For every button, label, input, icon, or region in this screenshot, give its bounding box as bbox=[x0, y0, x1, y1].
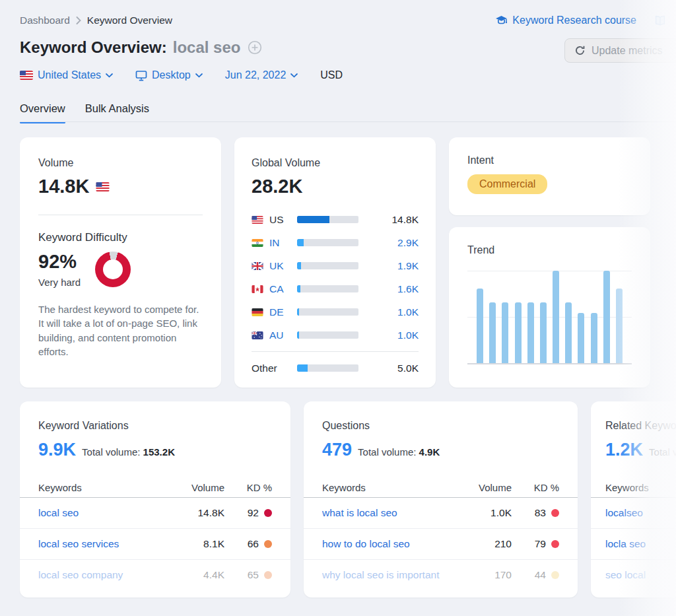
tab-bulk-analysis[interactable]: Bulk Analysis bbox=[85, 102, 149, 123]
keyword-variations-count[interactable]: 9.9K bbox=[38, 440, 76, 460]
keyword-volume: 14.8K bbox=[173, 507, 224, 519]
kd-dot bbox=[551, 540, 559, 548]
us-flag-icon bbox=[96, 182, 110, 191]
trend-bars bbox=[477, 271, 623, 363]
keyword-kd: 66 bbox=[224, 538, 272, 550]
keyword-difficulty-value: 92% bbox=[38, 251, 81, 273]
keyword-variations-title: Keyword Variations bbox=[38, 420, 272, 432]
breadcrumb-dashboard-link[interactable]: Dashboard bbox=[20, 15, 70, 26]
keyword-kd: 79 bbox=[512, 538, 559, 550]
ca-flag-icon bbox=[252, 285, 263, 293]
keyword-link[interactable]: local seo bbox=[38, 507, 173, 519]
keyword-link[interactable]: localseo bbox=[605, 507, 676, 519]
kd-dot bbox=[264, 540, 272, 548]
table-row: what is local seo1.0K83 bbox=[304, 498, 578, 529]
table-row: how to do local seo21079 bbox=[304, 529, 578, 560]
keyword-kd: 65 bbox=[224, 569, 272, 581]
divider bbox=[38, 215, 203, 215]
questions-count[interactable]: 479 bbox=[322, 440, 352, 460]
country-volume-bar bbox=[297, 285, 358, 292]
questions-card: Questions 479 Total volume: 4.9K Keyword… bbox=[304, 401, 578, 598]
country-volume-value[interactable]: 1.0K bbox=[397, 306, 419, 318]
top-bar: Dashboard Keyword Overview Keyword Resea… bbox=[20, 15, 667, 26]
country-label: Other bbox=[252, 362, 297, 374]
trend-bar-chart bbox=[467, 271, 632, 364]
keyword-link[interactable]: why local seo is important bbox=[322, 569, 460, 581]
keyword-kd: 44 bbox=[512, 569, 559, 581]
country-volume-bar bbox=[297, 239, 358, 246]
country-label[interactable]: DE bbox=[269, 306, 297, 318]
global-volume-row: DE1.0K bbox=[252, 300, 419, 324]
global-volume-row: CA1.6K bbox=[252, 277, 419, 300]
keyword-link[interactable]: seo local bbox=[605, 569, 676, 581]
currency-label: USD bbox=[320, 69, 343, 81]
kd-dot bbox=[264, 571, 272, 579]
intent-card: Intent Commercial bbox=[449, 137, 650, 215]
country-label[interactable]: UK bbox=[269, 260, 297, 272]
country-label[interactable]: CA bbox=[269, 283, 297, 295]
global-volume-card: Global Volume 28.2K US14.8KIN2.9KUK1.9KC… bbox=[234, 137, 436, 388]
keyword-difficulty-title: Keyword Difficulty bbox=[38, 231, 203, 244]
keyword-volume: 170 bbox=[460, 569, 512, 581]
country-label: US bbox=[269, 214, 297, 226]
country-label[interactable]: AU bbox=[269, 329, 297, 341]
page-title-keyword: local seo bbox=[173, 38, 241, 57]
table-row: locla seo bbox=[591, 529, 676, 560]
trend-bar bbox=[591, 313, 597, 363]
country-volume-bar bbox=[297, 308, 358, 316]
related-keywords-count[interactable]: 1.2K bbox=[605, 440, 643, 460]
country-volume-value[interactable]: 2.9K bbox=[397, 237, 419, 249]
add-keyword-icon[interactable] bbox=[248, 40, 262, 55]
refresh-icon bbox=[574, 45, 586, 56]
keyword-variations-rows: local seo14.8K92local seo services8.1K66… bbox=[20, 498, 290, 590]
global-volume-rows: US14.8KIN2.9KUK1.9KCA1.6KDE1.0KAU1.0KOth… bbox=[252, 208, 419, 380]
divider bbox=[252, 351, 419, 352]
table-header: Keywords Volume KD % bbox=[20, 477, 290, 498]
table-header: Keywords bbox=[591, 477, 676, 498]
keyword-difficulty-label: Very hard bbox=[38, 277, 81, 288]
keyword-overview-page: Dashboard Keyword Overview Keyword Resea… bbox=[0, 0, 676, 616]
country-volume-bar bbox=[297, 262, 358, 269]
in-flag-icon bbox=[252, 239, 263, 247]
related-keywords-total: Total volume: bbox=[649, 446, 676, 458]
keyword-research-course-link[interactable]: Keyword Research course bbox=[495, 15, 636, 26]
tabs-divider bbox=[20, 121, 676, 122]
keyword-link[interactable]: how to do local seo bbox=[322, 538, 460, 550]
table-row: local seo company4.4K65 bbox=[20, 560, 290, 590]
page-title: Keyword Overview: bbox=[20, 38, 167, 57]
country-volume-value[interactable]: 1.0K bbox=[397, 329, 419, 341]
trend-title: Trend bbox=[467, 244, 632, 256]
keyword-link[interactable]: local seo company bbox=[38, 569, 173, 581]
tab-overview[interactable]: Overview bbox=[20, 102, 65, 123]
trend-bar bbox=[553, 271, 559, 363]
update-metrics-label: Update metrics bbox=[592, 45, 663, 57]
global-volume-row: AU1.0K bbox=[252, 324, 419, 347]
device-filter[interactable]: Desktop bbox=[135, 69, 203, 81]
global-volume-row: US14.8K bbox=[252, 208, 419, 231]
keyword-link[interactable]: what is local seo bbox=[322, 507, 460, 519]
kd-dot bbox=[551, 509, 559, 517]
trend-bar bbox=[527, 302, 534, 363]
update-metrics-button[interactable]: Update metrics bbox=[564, 38, 676, 63]
trend-bar bbox=[565, 302, 572, 363]
trend-card: Trend bbox=[449, 227, 650, 388]
table-row: seo local bbox=[591, 560, 676, 590]
book-icon[interactable] bbox=[654, 15, 667, 26]
keyword-volume: 210 bbox=[460, 538, 512, 550]
keyword-volume: 4.4K bbox=[173, 569, 224, 581]
keyword-link[interactable]: locla seo bbox=[605, 538, 676, 550]
country-volume-value[interactable]: 1.6K bbox=[397, 283, 419, 295]
date-filter[interactable]: Jun 22, 2022 bbox=[225, 69, 298, 81]
us-flag-icon bbox=[252, 216, 263, 224]
monitor-icon bbox=[135, 70, 147, 81]
country-filter[interactable]: United States bbox=[20, 69, 113, 81]
table-header: Keywords Volume KD % bbox=[304, 477, 578, 498]
country-label[interactable]: IN bbox=[269, 237, 297, 249]
country-volume-value[interactable]: 1.9K bbox=[397, 260, 419, 272]
table-row: local seo services8.1K66 bbox=[20, 529, 290, 560]
keyword-difficulty-description: The hardest keyword to compete for. It w… bbox=[38, 302, 203, 359]
volume-value: 14.8K bbox=[38, 176, 89, 197]
course-link-label: Keyword Research course bbox=[512, 15, 636, 26]
breadcrumb-current: Keyword Overview bbox=[87, 15, 172, 26]
keyword-link[interactable]: local seo services bbox=[38, 538, 173, 550]
